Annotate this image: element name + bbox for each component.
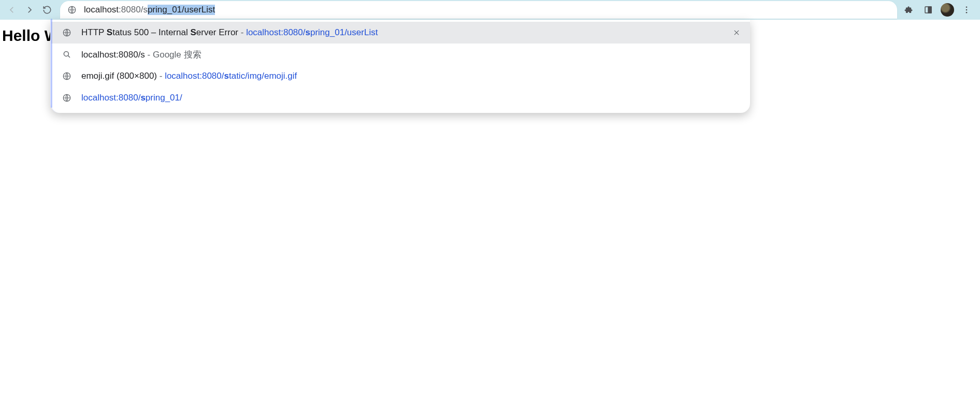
site-info-icon[interactable] — [67, 5, 77, 15]
extensions-icon[interactable] — [900, 2, 917, 18]
url-typed: /s — [141, 5, 148, 15]
suggestion-row[interactable]: localhost:8080/spring_01/ — [51, 87, 750, 109]
svg-point-7 — [64, 51, 68, 56]
suggestion-row[interactable]: emoji.gif (800×800) - localhost:8080/sta… — [51, 65, 750, 87]
address-bar[interactable]: localhost:8080/spring_01/userList — [60, 1, 897, 19]
suggestion-row[interactable]: HTTP Status 500 – Internal Server Error … — [51, 22, 750, 44]
suggestion-text: HTTP Status 500 – Internal Server Error … — [81, 27, 731, 38]
suggestion-row[interactable]: localhost:8080/s - Google 搜索 — [51, 44, 750, 65]
suggestion-text: emoji.gif (800×800) - localhost:8080/sta… — [81, 71, 742, 81]
remove-suggestion-icon[interactable] — [731, 27, 742, 38]
profile-avatar[interactable] — [941, 3, 954, 17]
toolbar-right — [900, 2, 977, 18]
url-text: localhost:8080/spring_01/userList — [84, 5, 215, 15]
nav-reload-button[interactable] — [38, 2, 56, 18]
suggestion-text: localhost:8080/spring_01/ — [81, 93, 742, 103]
url-autocomplete-selection: pring_01/userList — [148, 5, 215, 15]
svg-rect-2 — [928, 7, 931, 13]
browser-toolbar: localhost:8080/spring_01/userList — [0, 0, 980, 20]
nav-back-button[interactable] — [3, 2, 21, 18]
svg-point-3 — [966, 6, 968, 8]
panel-icon[interactable] — [920, 2, 936, 18]
url-host: localhost — [84, 5, 119, 15]
search-icon — [62, 49, 72, 60]
svg-point-4 — [966, 9, 968, 11]
globe-icon — [62, 27, 72, 38]
globe-icon — [62, 93, 72, 103]
url-port: :8080 — [119, 5, 141, 15]
kebab-menu-icon[interactable] — [958, 2, 975, 18]
svg-point-5 — [966, 12, 968, 13]
omnibox-suggestions: HTTP Status 500 – Internal Server Error … — [50, 20, 750, 113]
globe-icon — [62, 71, 72, 81]
suggestion-text: localhost:8080/s - Google 搜索 — [81, 49, 742, 61]
nav-forward-button[interactable] — [21, 2, 38, 18]
